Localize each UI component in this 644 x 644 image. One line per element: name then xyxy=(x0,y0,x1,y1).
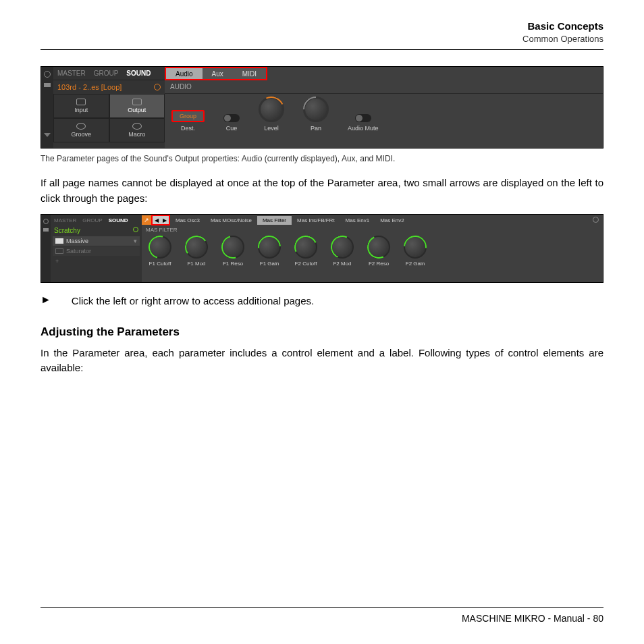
arrow-right-button[interactable]: ▶ xyxy=(161,216,169,224)
mute-param: Audio Mute xyxy=(348,114,379,132)
side-icon-bar-2 xyxy=(41,215,51,282)
output-button[interactable]: Output xyxy=(109,94,165,118)
level-knob[interactable] xyxy=(259,97,284,122)
f1-mod-knob[interactable] xyxy=(185,236,208,259)
pan-knob[interactable] xyxy=(303,97,329,122)
cue-param: Cue xyxy=(223,114,240,132)
tab-env2[interactable]: Mas Env2 xyxy=(375,216,410,225)
arrow-left-button[interactable]: ◀ xyxy=(153,216,161,224)
f1-cutoff-knob[interactable] xyxy=(149,236,171,259)
sound-name-row: 103rd - 2..es [Loop] xyxy=(53,80,165,94)
tab-master[interactable]: MASTER xyxy=(54,217,76,223)
tab-group[interactable]: GROUP xyxy=(94,70,119,77)
tab-aux[interactable]: Aux xyxy=(203,68,233,79)
dropdown-icon: ▾ xyxy=(134,238,137,244)
search-icon[interactable] xyxy=(593,217,599,223)
tab-mosc[interactable]: Mas MOsc/Noise xyxy=(205,216,257,225)
mute-label: Audio Mute xyxy=(348,125,379,132)
f1-reso-knob[interactable] xyxy=(221,236,244,259)
add-plugin[interactable]: + xyxy=(53,257,140,266)
f2-reso-knob[interactable] xyxy=(367,236,390,259)
macro-button[interactable]: Macro xyxy=(109,118,165,142)
plug-icon[interactable] xyxy=(44,83,51,87)
knob-label: F1 Cutoff xyxy=(149,261,171,267)
sound-name: 103rd - 2..es [Loop] xyxy=(57,83,122,91)
f2-mod-knob[interactable] xyxy=(331,236,354,259)
mute-toggle[interactable] xyxy=(355,114,371,122)
instruction-text: Click the left or right arrow to access … xyxy=(72,294,314,309)
target-icon[interactable] xyxy=(44,71,51,78)
highlight-box: Audio Aux MIDI xyxy=(165,67,267,80)
sound-name: Scratchy xyxy=(54,227,80,234)
knob-label: F1 Mod xyxy=(187,261,205,267)
input-icon xyxy=(76,99,86,105)
groove-label: Groove xyxy=(71,131,91,138)
side-icon-bar xyxy=(41,67,53,148)
left-column: MASTER GROUP SOUND 103rd - 2..es [Loop] … xyxy=(53,67,165,148)
parameter-area-2: ↗ ◀ ▶ Mas Osc3 Mas MOsc/Noise Mas Filter… xyxy=(142,215,603,282)
collapse-icon[interactable] xyxy=(44,133,51,137)
paragraph-2: In the Parameter area, each parameter in… xyxy=(41,346,603,376)
output-label: Output xyxy=(128,107,146,113)
f2-cutoff-knob[interactable] xyxy=(294,236,317,259)
level-param: Level xyxy=(259,97,284,132)
header-title: Basic Concepts xyxy=(41,20,603,32)
input-button[interactable]: Input xyxy=(53,94,109,118)
output-icon xyxy=(132,99,142,105)
scope-tabs: MASTER GROUP SOUND xyxy=(53,67,165,80)
header-subtitle: Common Operations xyxy=(41,34,603,44)
tab-env1[interactable]: Mas Env1 xyxy=(340,216,375,225)
filter-section-header: MAS FILTER xyxy=(142,225,603,234)
figure-caption-1: The Parameter pages of the Sound's Outpu… xyxy=(41,154,603,163)
fx-icon xyxy=(55,248,63,254)
plugin-label: Massive xyxy=(66,238,88,244)
tab-osc3[interactable]: Mas Osc3 xyxy=(170,216,205,225)
plugin-item-saturator[interactable]: Saturator xyxy=(53,246,140,256)
tab-filter[interactable]: Mas Filter xyxy=(257,216,292,225)
tab-group[interactable]: GROUP xyxy=(82,217,102,223)
dest-label: Dest. xyxy=(181,125,195,132)
search-icon[interactable] xyxy=(154,84,161,90)
footer-text: MASCHINE MIKRO - Manual - 80 xyxy=(41,613,603,624)
tab-master[interactable]: MASTER xyxy=(57,70,86,77)
tab-sound[interactable]: SOUND xyxy=(109,217,128,223)
groove-button[interactable]: Groove xyxy=(53,118,109,142)
tab-midi[interactable]: MIDI xyxy=(233,68,266,79)
page-tabs-row: Audio Aux MIDI xyxy=(165,67,603,80)
pan-param: Pan xyxy=(303,97,329,132)
page-arrows-highlight: ◀ ▶ xyxy=(151,215,170,225)
search-icon[interactable] xyxy=(133,227,138,232)
instruction-row: ► Click the left or right arrow to acces… xyxy=(41,294,603,309)
knob-label: F2 Gain xyxy=(406,261,425,267)
instruction-arrow-icon: ► xyxy=(41,294,72,306)
tab-sound[interactable]: SOUND xyxy=(126,70,151,77)
plug-icon[interactable] xyxy=(43,228,49,232)
f2-gain-knob[interactable] xyxy=(404,236,427,259)
group-button[interactable]: Group xyxy=(171,110,205,122)
tab-ins[interactable]: Mas Ins/FB/FRt xyxy=(292,216,340,225)
knob-label: F2 Mod xyxy=(333,261,351,267)
target-icon[interactable] xyxy=(43,219,49,224)
header-rule xyxy=(41,49,603,50)
plugin-label: Saturator xyxy=(66,248,91,254)
cue-label: Cue xyxy=(226,125,238,132)
knob-label: F1 Gain xyxy=(260,261,279,267)
paragraph-1: If all page names cannot be displayed at… xyxy=(41,176,603,206)
screenshot-page-arrows: MASTER GROUP SOUND Scratchy Massive▾ Sat… xyxy=(41,214,603,283)
groove-icon xyxy=(76,123,86,130)
footer-rule xyxy=(41,607,603,608)
cue-toggle[interactable] xyxy=(223,114,240,122)
plus-icon: + xyxy=(55,258,59,265)
parameter-area: Audio Aux MIDI AUDIO Group Dest. Cue Lev… xyxy=(165,67,603,148)
level-label: Level xyxy=(264,125,279,132)
input-label: Input xyxy=(74,107,88,113)
plugin-item-massive[interactable]: Massive▾ xyxy=(53,236,140,246)
macro-label: Macro xyxy=(128,131,145,138)
tab-audio[interactable]: Audio xyxy=(166,68,203,79)
audio-section-header: AUDIO xyxy=(165,80,603,94)
pan-label: Pan xyxy=(311,125,321,132)
f1-gain-knob[interactable] xyxy=(258,236,281,259)
expand-icon[interactable]: ↗ xyxy=(142,215,151,225)
knob-label: F2 Reso xyxy=(369,261,389,267)
macro-icon xyxy=(132,123,142,130)
